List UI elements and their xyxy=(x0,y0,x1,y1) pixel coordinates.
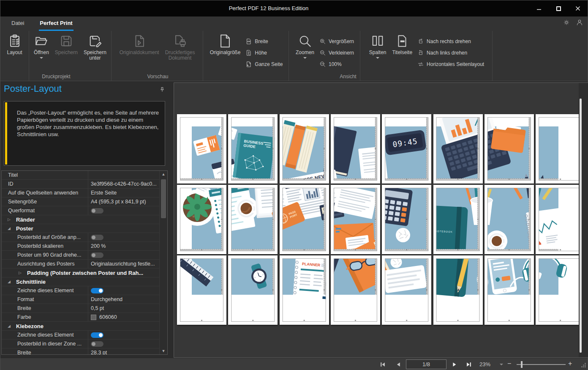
poster-page-tile xyxy=(382,114,431,184)
toggle-zeichne-dieses-element[interactable] xyxy=(91,288,103,293)
property-group-klebezone[interactable]: ◢Klebezone xyxy=(2,322,159,331)
last-page-button[interactable] xyxy=(466,362,472,367)
property-row-seitengröße[interactable]: SeitengrößeA4 (595,3 pt x 841,9 pt) xyxy=(2,197,159,206)
button-label: Vergrößern xyxy=(329,38,354,44)
swap-horizontal-icon xyxy=(417,61,424,68)
title-page-icon xyxy=(395,34,409,48)
property-row-breite[interactable]: Breite0,5 pt xyxy=(2,304,159,313)
poster-page-tile xyxy=(485,255,534,325)
resize-grip[interactable] xyxy=(581,362,586,370)
ribbon-button-nach-rechts-drehen[interactable]: Nach rechts drehen xyxy=(415,36,486,47)
ribbon-button-nach-links-drehen[interactable]: Nach links drehen xyxy=(415,47,486,58)
minimize-button[interactable] xyxy=(529,0,549,16)
property-row-titel[interactable]: Titel xyxy=(2,171,159,180)
settings-button[interactable] xyxy=(563,19,570,28)
ribbon-button-originalgröße[interactable]: Originalgröße xyxy=(207,33,244,55)
toggle-posterbild-in-dieser-zone[interactable] xyxy=(91,341,103,347)
ribbon-small-button-stack: Nach rechts drehenNach links drehenHoriz… xyxy=(415,33,486,70)
property-value: 3e3f9568-c426-47cc-9ac0... xyxy=(91,181,157,187)
poster-pages-area: BUSINESSGUIDE 09:45 BUSINESS NEWS xyxy=(174,83,580,357)
dropdown-caret-icon xyxy=(40,57,43,59)
panel-title: Poster-Layout xyxy=(4,83,62,94)
property-row-poster-um-90-grad-drehe[interactable]: Poster um 90 Grad drehe... xyxy=(2,251,159,260)
zoom-out-button[interactable]: − xyxy=(507,360,511,367)
save-icon xyxy=(59,34,74,48)
pin-button[interactable] xyxy=(159,87,165,94)
property-label: Farbe xyxy=(2,313,88,321)
page-width-icon xyxy=(245,38,252,45)
collapse-icon[interactable]: ◢ xyxy=(8,324,16,328)
zoom-icon xyxy=(298,34,312,48)
poster-preview-viewport[interactable]: BUSINESSGUIDE 09:45 BUSINESS NEWS xyxy=(174,82,588,358)
property-row-posterbild-auf-größe-anp[interactable]: Posterbild auf Größe anp... xyxy=(2,233,159,242)
collapse-icon[interactable]: ◢ xyxy=(8,280,16,284)
property-row-format[interactable]: FormatDurchgehend xyxy=(2,295,159,304)
ribbon-button-spalten[interactable]: Spalten xyxy=(366,33,389,59)
ribbon-button-vergrößern[interactable]: Vergrößern xyxy=(317,36,356,47)
scroll-up-icon[interactable]: ▲ xyxy=(160,172,167,176)
property-row-zeichne-dieses-element[interactable]: Zeichne dieses Element xyxy=(2,286,159,295)
dropdown-caret-icon xyxy=(303,57,307,59)
ribbon-button-titelseite[interactable]: Titelseite xyxy=(389,33,416,55)
ribbon-button-horizontales-seitenlayout[interactable]: Horizontales Seitenlayout xyxy=(415,58,486,70)
ribbon-button-zoomen[interactable]: Zoomen xyxy=(293,33,317,59)
property-row-querformat[interactable]: Querformat xyxy=(2,206,159,215)
property-group-padding-polster-zwischen-poster-und-rah[interactable]: ▷Padding (Polster zwischen Poster und Ra… xyxy=(2,269,159,277)
property-row-auf-die-quellseiten-anwenden[interactable]: Auf die Quellseiten anwendenErste Seite xyxy=(2,189,159,197)
toggle-knob xyxy=(92,342,95,346)
property-row-posterbild-in-dieser-zone[interactable]: Posterbild in dieser Zone ... xyxy=(2,340,159,348)
ribbon-button-verkleinern[interactable]: Verkleinern xyxy=(317,47,356,58)
property-group-poster[interactable]: ◢Poster xyxy=(2,224,159,233)
toggle-querformat[interactable] xyxy=(91,208,103,214)
property-row-id[interactable]: ID3e3f9568-c426-47cc-9ac0... xyxy=(2,180,159,189)
expand-icon[interactable]: ▷ xyxy=(8,217,16,222)
zoom-level-value[interactable]: 23% xyxy=(479,361,490,367)
property-row-farbe[interactable]: Farbe606060 xyxy=(2,313,159,322)
property-row-zeichne-dieses-element[interactable]: Zeichne dieses Element xyxy=(2,331,159,340)
property-row-posterbild-skalieren[interactable]: Posterbild skalieren200 % xyxy=(2,242,159,251)
preview-scrollbar-thumb[interactable] xyxy=(580,99,582,353)
zoom-slider-handle[interactable] xyxy=(521,361,523,368)
toggle-posterbild-auf-größe-anp[interactable] xyxy=(91,235,103,240)
collapse-icon[interactable]: ◢ xyxy=(8,226,16,230)
ribbon-button-layout[interactable]: Layout xyxy=(4,33,25,55)
button-label: Verkleinern xyxy=(329,50,354,56)
zoom-slider-track[interactable] xyxy=(517,364,566,365)
property-value: 28,3 pt xyxy=(91,350,107,355)
property-group-schnittlinie[interactable]: ◢Schnittlinie xyxy=(2,277,159,286)
ribbon-button-100%[interactable]: 100100% xyxy=(317,58,356,70)
property-group-ränder[interactable]: ▷Ränder xyxy=(2,215,159,224)
tab-perfect-print[interactable]: Perfect Print xyxy=(39,16,73,31)
poster-page-tile xyxy=(228,255,278,325)
zoom-in-button[interactable]: + xyxy=(568,360,572,367)
button-label: Spalten xyxy=(369,50,387,55)
previous-page-button[interactable] xyxy=(395,362,401,367)
ribbon-button-ganze-seite[interactable]: Ganze Seite xyxy=(243,58,285,70)
ribbon-button-speichern-unter[interactable]: Speichern unter xyxy=(81,33,109,61)
poster-page-tile xyxy=(280,255,329,325)
color-swatch[interactable] xyxy=(91,315,96,320)
toggle-zeichne-dieses-element[interactable] xyxy=(91,332,103,338)
poster-page-tile xyxy=(331,114,380,184)
page-number-input[interactable] xyxy=(406,359,446,369)
property-grid-scrollbar[interactable]: ▲ ▼ xyxy=(159,171,167,354)
scroll-down-icon[interactable]: ▼ xyxy=(160,349,167,353)
toggle-poster-um-90-grad-drehe[interactable] xyxy=(91,252,103,258)
maximize-button[interactable] xyxy=(549,0,568,16)
zoom-dropdown-icon[interactable] xyxy=(500,364,503,365)
ribbon-button-öffnen[interactable]: Öffnen xyxy=(31,33,52,59)
close-button[interactable] xyxy=(568,0,588,16)
tab-datei[interactable]: Datei xyxy=(11,16,25,31)
property-row-breite[interactable]: Breite28,3 pt xyxy=(2,348,159,355)
next-page-button[interactable] xyxy=(451,362,457,367)
ribbon-button-höhe[interactable]: Höhe xyxy=(243,47,285,58)
pin-icon xyxy=(159,87,165,93)
ribbon-button-breite[interactable]: Breite xyxy=(243,36,285,47)
first-page-button[interactable] xyxy=(379,362,386,367)
scrollbar-thumb[interactable] xyxy=(161,179,166,218)
page-fit-icon xyxy=(245,61,252,68)
expand-icon[interactable]: ▷ xyxy=(19,271,27,275)
property-row-ausrichtung-des-posters[interactable]: Ausrichtung des PostersOriginalausrichtu… xyxy=(2,260,159,269)
account-button[interactable] xyxy=(576,19,583,28)
button-label: Titelseite xyxy=(392,50,413,55)
